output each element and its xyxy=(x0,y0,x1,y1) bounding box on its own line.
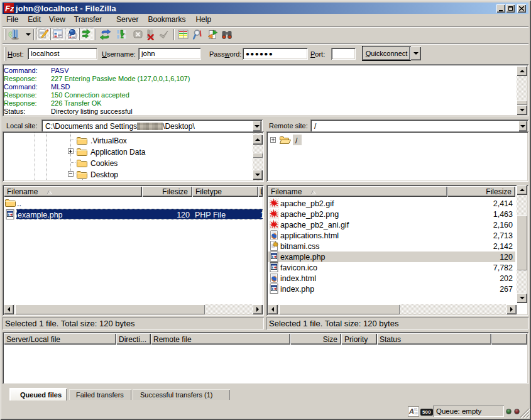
svg-text:Fz: Fz xyxy=(5,4,14,13)
svg-text:10: 10 xyxy=(414,411,418,415)
svg-text:A: A xyxy=(408,407,414,415)
